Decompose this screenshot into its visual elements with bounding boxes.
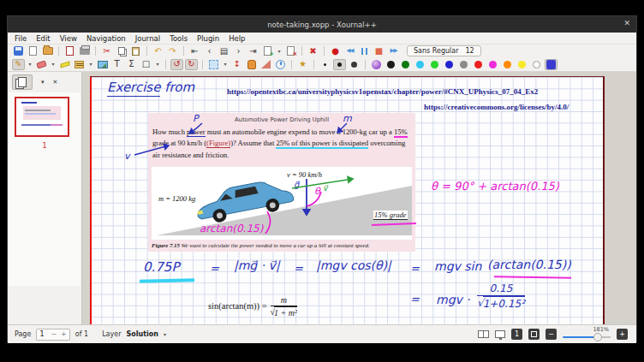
canvas-area[interactable]: Exercise from https://opentextbc.ca/univ… [82,72,636,324]
next-page-button[interactable]: › [232,45,245,56]
menu-help[interactable]: Help [229,34,245,43]
highlighter-button[interactable] [58,59,71,70]
speed-label: v = 90 km/h [287,170,322,179]
eraser-dropdown[interactable]: ▾ [50,59,57,70]
color-green-button[interactable] [428,59,441,70]
menu-edit[interactable]: Edit [36,34,50,43]
page-preview-tab[interactable] [12,74,33,90]
save-button[interactable] [12,45,25,56]
presentation-mode-button[interactable] [495,330,505,338]
size-medium-button[interactable] [333,59,346,70]
new-document-button[interactable] [27,45,39,56]
eraser-button[interactable] [35,59,48,70]
pause-button[interactable] [358,45,371,56]
forward-button[interactable]: ▶▶ [387,45,400,56]
page-decrement-button[interactable]: − [51,330,57,338]
page-thumbnail[interactable] [15,97,69,137]
export-pdf-button[interactable] [63,45,76,56]
record-button[interactable]: ● [329,45,342,56]
new-page-button[interactable]: + [261,45,274,56]
arctan-magenta-underline [494,276,571,279]
stop-button[interactable]: ■ [373,45,385,56]
radicand: 1+0.15² [483,296,525,310]
page-thumbnail-number: 1 [9,142,80,150]
menu-view[interactable]: View [60,34,77,43]
goto-page-button[interactable]: ▤ [218,45,230,56]
undo-button[interactable]: ↶ [152,45,164,56]
default-tool-button[interactable]: ★ [296,59,309,70]
zoom-slider-handle[interactable] [593,333,602,341]
menu-journal[interactable]: Journal [135,34,160,43]
page-margin-line [90,77,92,324]
font-button[interactable]: Sans Regular 12 [407,45,481,56]
color-blue-button[interactable] [443,59,456,70]
zoom-out-button[interactable]: − [546,329,557,340]
document-page[interactable]: Exercise from https://opentextbc.ca/univ… [90,76,605,324]
vertical-space-button[interactable]: ↕ [230,59,243,70]
shape-recognizer-button[interactable]: ↺ [170,59,183,70]
tex-tool-button[interactable]: Σ [125,59,138,70]
color-red-button[interactable] [472,59,485,70]
shape-tool-button[interactable]: □ [140,59,152,70]
dual-page-view-button[interactable] [478,330,489,338]
menu-file[interactable]: File [15,34,27,43]
color-white-button[interactable] [530,59,543,70]
delete-page-button[interactable]: × [284,45,297,56]
insert-image-button[interactable] [96,59,109,70]
size-thick-button[interactable] [348,59,361,70]
redo-button[interactable]: ↷ [166,45,179,56]
copy-button[interactable] [115,45,128,56]
pen-dropdown[interactable]: ▾ [27,59,33,70]
page-number-input[interactable]: 1 − + [36,329,69,341]
first-page-button[interactable]: ⇤ [188,45,201,56]
previous-page-button[interactable]: ‹ [203,45,216,56]
color-dark-green-button[interactable] [399,59,412,70]
zoom-100-button[interactable]: 1 [511,329,522,340]
color-magenta-button[interactable] [486,59,499,70]
open-button[interactable] [41,45,54,56]
snap-rotation-button[interactable]: ↻ [185,59,198,70]
typeset-radicand: 1 + m² [274,306,297,317]
figure-link[interactable]: (Figure) [206,139,230,148]
hand-tool-button[interactable] [245,59,258,70]
sidebar-close-button[interactable]: ✕ [53,79,58,86]
rect-select-button[interactable] [207,59,220,70]
paste-button[interactable] [129,45,142,56]
size-fine-button[interactable] [319,59,331,70]
zoom-slider[interactable]: 181% [563,325,611,343]
sidebar-collapse-button[interactable]: ▾ [41,79,45,86]
layer-select[interactable]: Solution [126,330,158,338]
color-orange-button[interactable] [501,59,514,70]
zoom-controls: 1 − 181% + [478,325,628,343]
window-close-button[interactable]: ✕ [623,19,630,27]
shape-dropdown[interactable]: ▾ [154,59,161,70]
color-light-blue-button[interactable] [414,59,426,70]
titlebar[interactable]: note-taking.xopp - Xournal++ ✕ [8,16,636,33]
pdf-text-select-button[interactable] [73,59,86,70]
menu-navigation[interactable]: Navigation [86,34,126,43]
select-dropdown[interactable]: ▾ [222,59,229,70]
zoom-in-button[interactable]: + [617,329,628,340]
color-gray-button[interactable] [457,59,470,70]
color-yellow-button[interactable] [516,59,528,70]
rewind-button[interactable]: ◀◀ [343,45,356,56]
pen-button[interactable]: ✎ [12,59,25,70]
pdf-text-select-dropdown[interactable]: ▾ [87,59,94,70]
setsquare-button[interactable] [259,59,272,70]
color-picker-button[interactable] [370,59,383,70]
layer-dropdown-icon[interactable]: ▾ [164,331,166,337]
zoom-fit-button[interactable] [528,329,540,340]
print-button[interactable] [78,45,91,56]
page-increment-button[interactable]: + [61,330,67,338]
zoom-slider-track[interactable] [563,336,611,338]
new-page-dropdown[interactable]: ▾ [276,45,283,56]
menu-tools[interactable]: Tools [170,34,188,43]
text-tool-button[interactable]: T [110,59,123,70]
cut-button[interactable]: ✂ [100,45,113,56]
color-black-button[interactable] [385,59,397,70]
fullscreen-button[interactable]: ✖ [307,45,319,56]
menu-plugin[interactable]: Plugin [197,34,219,43]
current-color-indicator[interactable] [545,59,558,70]
compass-button[interactable] [274,59,287,70]
last-page-button[interactable]: ⇥ [247,45,259,56]
